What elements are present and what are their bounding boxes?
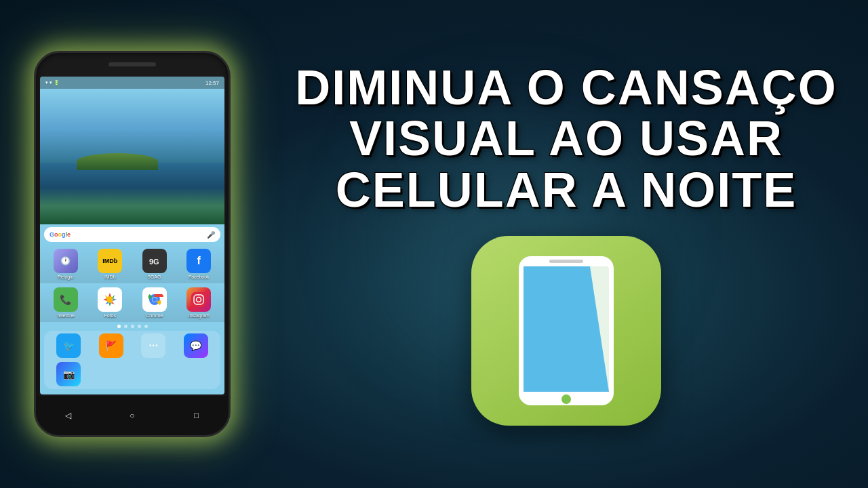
app-icon-large [471,236,661,426]
dock-messenger[interactable]: 💬 [177,333,216,358]
headline-line1: DIMINUA O CANSAÇO [295,62,837,114]
svg-point-6 [152,298,157,302]
dot-1 [117,325,121,328]
dock-icon-allapps: ⋯ [141,333,165,358]
app-chrome[interactable]: Chrome [134,287,175,318]
app-label-instagram: Instagram [189,313,210,318]
headline: DIMINUA O CANSAÇO VISUAL AO USAR CELULAR… [295,62,837,216]
nav-bar: ◁ ○ □ [36,396,229,435]
app-label-imdb: IMDb [104,274,116,279]
app-relogio[interactable]: 🕐 Relógio [45,249,86,279]
app-facebook[interactable]: f Facebook [179,249,220,279]
instagram-svg [191,292,206,307]
app-fotos[interactable]: Fotos [90,287,131,318]
app-icon-9gag: 9G [142,249,167,273]
dock-file[interactable]: 🚩 [92,333,131,358]
nav-recents[interactable]: □ [190,409,203,422]
9gag-svg: 9G [146,253,163,269]
right-side: DIMINUA O CANSAÇO VISUAL AO USAR CELULAR… [264,49,868,440]
night-filter-phone-svg [502,253,631,409]
phone-screen: ▾ ▾ 🔋 12:57 Google 🎤 [40,77,224,394]
app-label-relogio: Relógio [58,274,74,279]
photos-svg [102,291,118,308]
app-9gag[interactable]: 9G 9GAG [134,249,175,279]
dock-icon-camera: 📷 [56,362,81,386]
app-grid-row2: 📞 Telefone [40,283,224,322]
dock-allapps[interactable]: ⋯ [134,333,173,358]
page-dots [40,322,224,331]
dot-5 [144,325,148,328]
status-bar: ▾ ▾ 🔋 12:57 [40,77,224,89]
app-telefone[interactable]: 📞 Telefone [45,287,86,318]
dock-icon-twitter: 🐦 [56,333,81,358]
phone-container: ▾ ▾ 🔋 12:57 Google 🎤 [0,51,264,437]
app-label-fotos: Fotos [104,313,116,318]
phone-speaker [108,62,156,66]
wallpaper-island [77,153,158,170]
app-grid-row1: 🕐 Relógio IMDb IMDb 9G [40,245,224,283]
wifi-icon: ▾ [45,80,48,85]
app-icon-telefone: 📞 [54,287,78,312]
app-label-facebook: Facebook [189,274,210,279]
google-search-bar[interactable]: Google 🎤 [44,227,220,242]
nav-back[interactable]: ◁ [61,409,75,422]
app-icon-imdb: IMDb [98,249,122,273]
wallpaper-water [40,163,224,224]
svg-point-10 [202,296,203,297]
svg-rect-15 [549,260,583,263]
google-logo: Google [50,231,71,238]
dock-icon-file: 🚩 [99,333,123,358]
headline-line3: CELULAR A NOITE [295,165,837,216]
app-label-9gag: 9GAG [148,274,161,279]
dock-twitter[interactable]: 🐦 [50,333,88,358]
app-icon-chrome [142,287,167,312]
status-time: 12:57 [205,80,219,86]
svg-point-14 [561,394,571,404]
dot-3 [131,325,134,328]
status-icons-left: ▾ ▾ 🔋 [45,80,60,85]
dot-2 [124,325,127,328]
app-icon-facebook: f [186,249,211,273]
app-label-chrome: Chrome [146,313,163,318]
phone-mockup: ▾ ▾ 🔋 12:57 Google 🎤 [34,51,231,437]
chrome-svg [146,291,163,308]
app-icon-instagram [186,287,211,312]
battery-icon: 🔋 [54,80,60,85]
content-layout: ▾ ▾ 🔋 12:57 Google 🎤 [0,0,868,488]
headline-line2: VISUAL AO USAR [295,113,837,165]
app-dock: 🐦 🚩 ⋯ 💬 📷 [44,331,220,389]
dot-4 [138,325,141,328]
mic-icon: 🎤 [207,231,215,239]
app-icon-relogio: 🕐 [54,249,78,273]
signal-icon: ▾ [50,80,52,85]
app-instagram[interactable]: Instagram [179,287,220,318]
dock-camera[interactable]: 📷 [50,362,88,386]
wallpaper [40,89,224,224]
svg-text:9G: 9G [149,258,159,266]
app-icon-fotos [98,287,122,312]
app-label-telefone: Telefone [57,313,75,318]
app-imdb[interactable]: IMDb IMDb [90,249,131,279]
dock-icon-messenger: 💬 [184,333,208,358]
nav-home[interactable]: ○ [125,409,139,422]
